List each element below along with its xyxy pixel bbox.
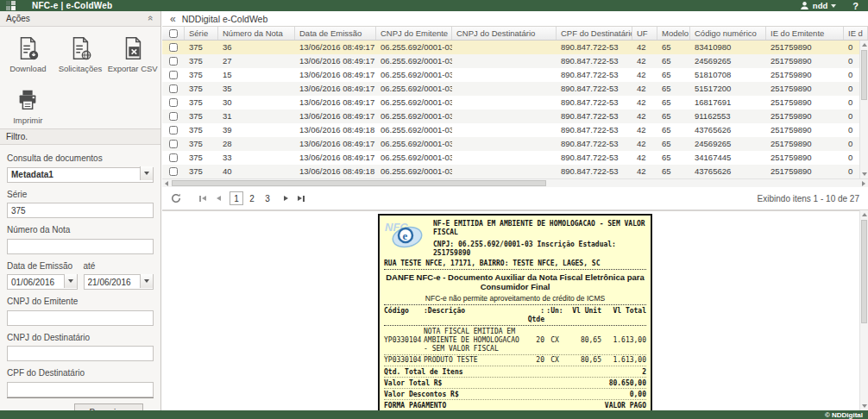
cnpj-destinatario-label: CNPJ do Destinatário <box>7 333 154 342</box>
cell-uf: 42 <box>632 109 657 123</box>
cell-cpf-destinatario: 890.847.722-53 <box>557 165 632 178</box>
page-number-button[interactable]: 1 <box>230 191 243 205</box>
cell-data-emissao: 13/06/2016 08:49:17 <box>295 151 376 165</box>
row-checkbox-cell <box>162 41 185 54</box>
table-header: Série Número da Nota Data de Emissão CNP… <box>162 27 868 41</box>
row-checkbox[interactable] <box>169 167 178 176</box>
serie-input[interactable] <box>7 203 154 218</box>
cell-ie-emitente: 251759890 <box>766 68 844 82</box>
next-page-button[interactable] <box>280 192 292 204</box>
row-checkbox[interactable] <box>169 98 178 107</box>
receipt-item-qty: 20 <box>522 336 544 345</box>
column-cnpj-do-destinatario[interactable]: CNPJ do Destinatário <box>452 27 557 40</box>
cpf-destinatario-input[interactable] <box>7 382 154 397</box>
table-row[interactable]: 375 36 13/06/2016 08:49:17 06.255.692/00… <box>162 41 868 54</box>
column-cnpj-do-emitente[interactable]: CNPJ do Emitente <box>376 27 452 40</box>
export-csv-button[interactable]: Exportar CSV <box>108 35 158 73</box>
cell-numero: 28 <box>218 137 295 151</box>
cnpj-destinatario-input[interactable] <box>7 346 154 361</box>
column-cpf-do-destinatario[interactable]: CPF do Destinatário <box>557 27 632 40</box>
table-scroll-thumb[interactable] <box>861 50 867 100</box>
row-checkbox[interactable] <box>169 112 178 121</box>
cell-codigo-numerico: 24569265 <box>690 137 766 151</box>
previous-page-button[interactable] <box>212 192 224 204</box>
column-numero-da-nota[interactable]: Número da Nota <box>218 27 295 40</box>
last-page-button[interactable] <box>295 192 307 204</box>
chevron-down-icon[interactable] <box>140 166 153 180</box>
table-row[interactable]: 375 39 13/06/2016 08:49:18 06.255.692/00… <box>162 123 868 137</box>
table-row[interactable]: 375 33 13/06/2016 08:49:17 06.255.692/00… <box>162 151 868 165</box>
row-checkbox[interactable] <box>169 140 178 148</box>
collapse-panel-icon[interactable]: « <box>146 16 156 21</box>
nfce-logo-icon: NFC e <box>384 218 429 251</box>
page-number-button[interactable]: 3 <box>261 191 274 205</box>
download-button[interactable]: Download <box>9 35 46 73</box>
scroll-down-arrow-icon[interactable] <box>860 402 868 410</box>
row-checkbox[interactable] <box>169 126 178 134</box>
scroll-up-arrow-icon[interactable] <box>860 210 868 219</box>
receipt-col-un: :Un: <box>544 307 565 324</box>
row-checkbox[interactable] <box>169 43 178 52</box>
cell-cpf-destinatario: 890.847.722-53 <box>557 68 632 82</box>
help-button[interactable]: ? <box>852 1 859 11</box>
receipt-homologacao-text: NF-E EMITIDA EM AMBIENTE DE HOMOLOGACAO … <box>433 220 646 238</box>
table-row[interactable]: 375 35 13/06/2016 08:49:17 06.255.692/00… <box>162 82 868 96</box>
table-vertical-scrollbar[interactable] <box>859 41 868 178</box>
print-button[interactable]: Imprimir <box>13 87 42 125</box>
cnpj-emitente-input[interactable] <box>7 310 154 326</box>
table-row[interactable]: 375 40 13/06/2016 08:49:18 06.255.692/00… <box>162 165 868 178</box>
scroll-up-arrow-icon[interactable] <box>860 41 868 49</box>
chevron-down-icon[interactable] <box>140 274 153 288</box>
row-checkbox[interactable] <box>169 57 178 66</box>
column-ie-destinatario[interactable]: IE d <box>844 27 868 40</box>
page-number-button[interactable]: 2 <box>245 191 259 205</box>
numero-nota-input[interactable] <box>7 239 154 254</box>
serie-label: Série <box>7 190 154 199</box>
preview-vertical-scrollbar[interactable] <box>859 210 868 410</box>
table-row[interactable]: 375 15 13/06/2016 08:49:17 06.255.692/00… <box>162 68 868 82</box>
receipt-item-code: YP0330104 <box>384 336 424 345</box>
chevron-down-icon[interactable] <box>64 274 77 288</box>
cell-modelo: 65 <box>657 123 690 137</box>
column-data-de-emissao[interactable]: Data de Emissão <box>295 27 376 40</box>
row-checkbox-cell <box>162 151 185 165</box>
top-bar: NFC-e | e-ColdWeb ndd ? <box>0 0 868 11</box>
user-menu[interactable]: ndd <box>800 1 836 10</box>
column-codigo-numerico[interactable]: Código numérico <box>690 27 766 40</box>
column-ie-do-emitente[interactable]: IE do Emitente <box>766 27 844 40</box>
cell-cpf-destinatario: 890.847.722-53 <box>557 41 632 54</box>
first-page-button[interactable] <box>197 192 209 204</box>
scroll-down-arrow-icon[interactable] <box>860 170 868 178</box>
receipt-total-row: FORMA PAGAMENTO VALOR PAGO <box>384 400 646 410</box>
receipt-total-value: 2 <box>642 368 646 376</box>
table-row[interactable]: 375 31 13/06/2016 08:49:17 06.255.692/00… <box>162 109 868 123</box>
select-all-checkbox[interactable] <box>169 29 178 38</box>
column-serie[interactable]: Série <box>185 27 218 40</box>
cell-cnpj-emitente: 06.255.692/0001-03 <box>376 137 452 151</box>
table-row[interactable]: 375 28 13/06/2016 08:49:17 06.255.692/00… <box>162 137 868 151</box>
consulta-select[interactable] <box>7 166 154 183</box>
table-row[interactable]: 375 30 13/06/2016 08:49:17 06.255.692/00… <box>162 96 868 109</box>
column-modelo[interactable]: Modelo <box>657 27 690 40</box>
data-emissao-to-picker[interactable] <box>84 273 154 291</box>
cell-cnpj-emitente: 06.255.692/0001-03 <box>376 82 452 96</box>
table-row[interactable]: 375 27 13/06/2016 08:49:17 06.255.692/00… <box>162 54 868 68</box>
row-checkbox[interactable] <box>169 71 178 79</box>
preview-scroll-thumb[interactable] <box>861 220 867 323</box>
actions-panel-header: Ações « <box>0 11 160 27</box>
row-checkbox[interactable] <box>169 153 178 162</box>
user-icon <box>800 1 809 10</box>
refresh-button[interactable] <box>171 193 181 203</box>
data-emissao-from-picker[interactable] <box>7 273 78 291</box>
row-checkbox[interactable] <box>169 84 178 93</box>
solicitacoes-button[interactable]: Solicitações <box>59 35 103 73</box>
consulta-value[interactable] <box>7 167 154 183</box>
receipt-col-qtde: : Qtde <box>522 307 544 324</box>
column-uf[interactable]: UF <box>632 27 657 40</box>
receipt-totals: Qtd. Total de Itens 2 Valor Total R$ 80.… <box>384 366 646 410</box>
collapse-sidebar-icon[interactable]: « <box>170 14 176 24</box>
receipt-items: YP0330104 NOTA FISCAL EMITIDA EM AMBIENT… <box>384 327 646 366</box>
cell-cnpj-emitente: 06.255.692/0001-03 <box>376 151 452 165</box>
table-horizontal-scrollbar[interactable] <box>162 178 868 187</box>
table-hscroll-thumb[interactable] <box>172 180 546 186</box>
